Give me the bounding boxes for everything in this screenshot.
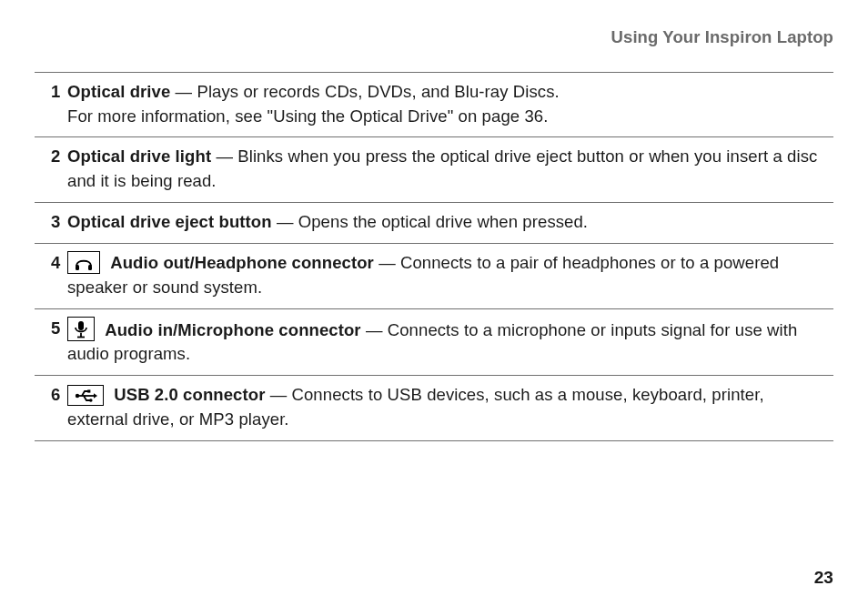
term: USB 2.0 connector (114, 385, 265, 404)
svg-marker-7 (94, 393, 97, 399)
row-extra: For more information, see "Using the Opt… (67, 105, 828, 129)
row-text: Audio in/Microphone connector — Connects… (67, 317, 828, 368)
row-number: 5 (35, 308, 67, 376)
headphone-icon (67, 251, 100, 274)
row-text: Audio out/Headphone connector — Connects… (67, 251, 828, 300)
term: Audio in/Microphone connector (105, 320, 360, 339)
description: — Opens the optical drive when pressed. (272, 212, 588, 231)
svg-rect-2 (78, 321, 84, 330)
row-number: 4 (35, 243, 67, 308)
feature-table: 1 Optical drive — Plays or records CDs, … (35, 72, 833, 441)
row-text: USB 2.0 connector — Connects to USB devi… (67, 383, 828, 432)
table-row: 4 Audio out/Headphone connector — Connec… (35, 243, 833, 308)
row-text: Optical drive — Plays or records CDs, DV… (67, 80, 828, 105)
table-row: 6 (35, 376, 833, 441)
svg-point-9 (89, 399, 93, 402)
svg-rect-1 (88, 265, 92, 270)
term: Optical drive (67, 82, 170, 101)
page-number: 23 (814, 565, 833, 591)
row-number: 1 (35, 72, 67, 137)
page-header: Using Your Inspiron Laptop (35, 25, 833, 50)
svg-rect-0 (76, 265, 79, 270)
row-number: 6 (35, 376, 67, 441)
term: Optical drive eject button (67, 212, 272, 231)
description: — Plays or records CDs, DVDs, and Blu-ra… (170, 82, 559, 101)
svg-rect-8 (87, 390, 90, 393)
table-row: 1 Optical drive — Plays or records CDs, … (35, 72, 833, 137)
row-number: 2 (35, 137, 67, 203)
table-row: 2 Optical drive light — Blinks when you … (35, 137, 833, 203)
row-text: Optical drive eject button — Opens the o… (67, 210, 828, 235)
row-number: 3 (35, 203, 67, 244)
term: Audio out/Headphone connector (110, 253, 374, 272)
microphone-icon (67, 317, 95, 341)
table-row: 3 Optical drive eject button — Opens the… (35, 203, 833, 244)
table-row: 5 Audio in/Microphone connector — Connec… (35, 308, 833, 376)
term: Optical drive light (67, 146, 211, 166)
usb-icon (67, 385, 104, 406)
row-text: Optical drive light — Blinks when you pr… (67, 145, 828, 194)
